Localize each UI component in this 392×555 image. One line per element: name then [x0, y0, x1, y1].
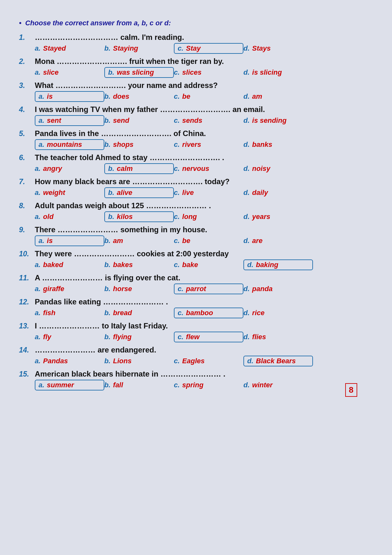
- option-letter-12-1: b.: [104, 309, 111, 317]
- option-text-7-0: weight: [43, 189, 65, 197]
- option-letter-13-0: a.: [35, 333, 40, 341]
- option-text-7-1: alive: [117, 189, 132, 197]
- option-text-13-2: flew: [186, 333, 199, 341]
- option-text-9-1: am: [113, 237, 123, 245]
- option-14-d: d.Black Bears: [243, 356, 313, 366]
- question-number-2: 2.: [19, 57, 35, 66]
- option-letter-2-1: b.: [108, 68, 114, 77]
- option-2-c: c.slices: [174, 68, 243, 77]
- option-letter-14-0: a.: [35, 357, 40, 365]
- option-text-14-1: Lions: [113, 357, 132, 365]
- option-letter-3-0: a.: [39, 92, 44, 101]
- question-text-12: Pandas like eating …………………… .: [35, 297, 168, 306]
- question-number-13: 13.: [19, 322, 35, 330]
- question-block-15: 15.American black bears hibernate in …………: [19, 370, 373, 390]
- option-text-9-0: is: [47, 237, 52, 245]
- question-text-6: The teacher told Ahmed to stay …………………………: [35, 153, 224, 162]
- option-letter-3-2: c.: [174, 92, 180, 101]
- option-text-6-1: calm: [117, 165, 133, 173]
- option-14-a: a.Pandas: [35, 357, 104, 365]
- option-letter-1-3: d.: [243, 44, 250, 53]
- option-letter-3-1: b.: [104, 92, 111, 101]
- option-text-2-0: slice: [43, 68, 58, 77]
- option-letter-4-2: c.: [174, 116, 180, 125]
- option-letter-2-2: c.: [174, 68, 180, 77]
- options-line-6: a.angryb.calmc.nervousd.noisy: [35, 163, 373, 174]
- option-text-13-1: flying: [113, 333, 132, 341]
- option-letter-2-3: d.: [243, 68, 250, 77]
- option-1-b: b.Staying: [104, 44, 174, 53]
- question-number-8: 8.: [19, 202, 35, 210]
- option-11-b: b.horse: [104, 285, 174, 293]
- option-2-b: b.was slicing: [104, 67, 174, 78]
- options-line-11: a.giraffeb.horsec.parrotd.panda: [35, 284, 373, 294]
- bullet-icon: •: [19, 19, 21, 27]
- option-letter-10-1: b.: [104, 261, 111, 269]
- options-line-3: a.isb.doesc.bed.am: [35, 91, 373, 102]
- option-8-a: a.old: [35, 213, 104, 221]
- option-letter-1-0: a.: [35, 44, 40, 53]
- option-9-c: c.be: [174, 237, 243, 245]
- option-letter-5-3: d.: [243, 140, 250, 149]
- question-text-14: …………………… are endangered.: [35, 346, 156, 354]
- option-letter-8-2: c.: [174, 213, 180, 221]
- option-letter-7-0: a.: [35, 189, 40, 197]
- option-text-6-3: noisy: [252, 165, 270, 173]
- option-12-c: c.bamboo: [174, 308, 243, 318]
- option-text-2-1: was slicing: [117, 68, 154, 77]
- option-text-2-2: slices: [182, 68, 201, 77]
- option-14-c: c.Eagles: [174, 357, 243, 365]
- option-letter-5-1: b.: [104, 140, 111, 149]
- option-15-c: c.spring: [174, 381, 243, 389]
- option-letter-6-3: d.: [243, 165, 250, 173]
- option-letter-7-3: d.: [243, 189, 250, 197]
- option-letter-4-3: d.: [243, 116, 250, 125]
- option-text-10-3: baking: [256, 261, 279, 269]
- option-1-c: c.Stay: [174, 43, 243, 54]
- question-line-5: 5.Panda lives in the ………………………. of China…: [19, 129, 373, 138]
- option-11-a: a.giraffe: [35, 285, 104, 293]
- question-block-8: 8.Adult pandas weigh about 125 …………………… …: [19, 201, 373, 222]
- option-letter-2-0: a.: [35, 68, 40, 77]
- option-text-11-0: giraffe: [43, 285, 64, 293]
- option-1-d: d.Stays: [243, 44, 313, 53]
- option-letter-5-0: a.: [39, 140, 44, 149]
- option-letter-3-3: d.: [243, 92, 250, 101]
- option-text-7-3: daily: [252, 189, 268, 197]
- question-text-10: They were …………………… cookies at 2:00 yeste…: [35, 249, 229, 258]
- question-block-11: 11.A …………………… is flying over the cat.a.g…: [19, 273, 373, 294]
- question-line-4: 4.I was watching TV when my father ………………: [19, 105, 373, 114]
- option-text-5-3: banks: [252, 140, 273, 149]
- option-text-5-0: mountains: [47, 140, 82, 149]
- option-3-c: c.be: [174, 92, 243, 101]
- option-text-15-2: spring: [182, 381, 203, 389]
- option-text-3-1: does: [113, 92, 129, 101]
- option-text-9-3: are: [252, 237, 263, 245]
- option-text-3-3: am: [252, 92, 262, 101]
- question-text-3: What ………………………. your name and address?: [35, 81, 218, 90]
- question-text-11: A …………………… is flying over the cat.: [35, 273, 181, 282]
- option-text-2-3: is slicing: [252, 68, 282, 77]
- option-text-12-2: bamboo: [186, 309, 213, 317]
- option-text-1-2: Stay: [186, 44, 200, 53]
- option-letter-6-0: a.: [35, 165, 40, 173]
- option-13-b: b.flying: [104, 333, 174, 341]
- option-letter-11-1: b.: [104, 285, 111, 293]
- option-letter-13-2: c.: [178, 333, 183, 341]
- option-9-b: b.am: [104, 237, 174, 245]
- question-number-10: 10.: [19, 250, 35, 258]
- question-line-10: 10.They were …………………… cookies at 2:00 ye…: [19, 249, 373, 258]
- question-number-7: 7.: [19, 178, 35, 186]
- question-block-2: 2.Mona ………………………. fruit when the tiger r…: [19, 57, 373, 78]
- question-text-5: Panda lives in the ………………………. of China.: [35, 129, 206, 138]
- option-8-d: d.years: [243, 213, 313, 221]
- option-text-15-3: winter: [252, 381, 273, 389]
- option-text-13-3: flies: [252, 333, 266, 341]
- option-text-10-0: baked: [43, 261, 63, 269]
- option-8-b: b.kilos: [104, 211, 174, 222]
- option-text-3-0: is: [47, 92, 52, 101]
- option-3-a: a.is: [35, 91, 104, 102]
- question-text-1: …………………………… calm. I'm reading.: [35, 33, 184, 42]
- option-5-d: d.banks: [243, 140, 313, 149]
- option-text-9-2: be: [182, 237, 190, 245]
